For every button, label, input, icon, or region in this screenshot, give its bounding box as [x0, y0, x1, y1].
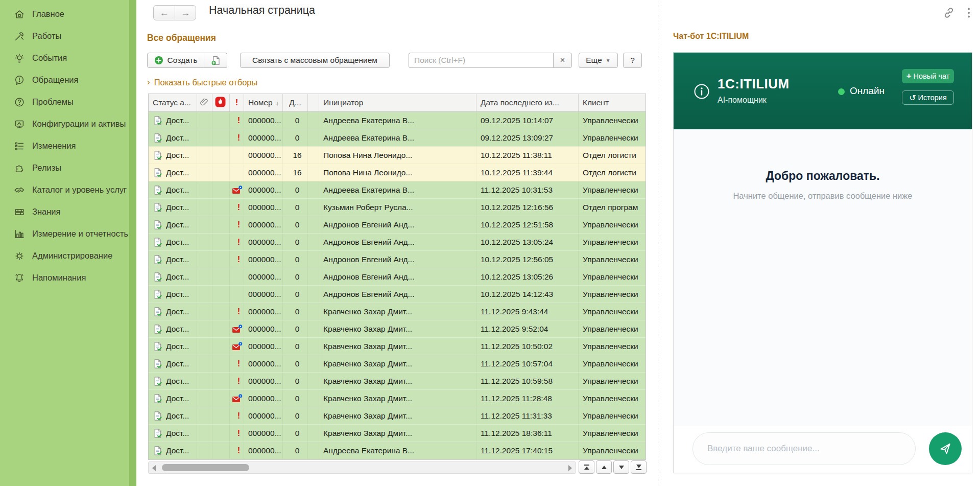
go-first-row-button[interactable] — [579, 460, 594, 474]
horizontal-scrollbar[interactable] — [148, 461, 576, 474]
column-header-client[interactable]: Клиент — [579, 94, 646, 111]
cell-attachment — [197, 286, 212, 303]
cell-client: Отдел програм — [579, 199, 646, 216]
forward-button[interactable]: → — [175, 6, 196, 20]
table-row[interactable]: Дост...!000000...0Андронов Евгений Анд..… — [149, 251, 646, 268]
table-row[interactable]: Дост...!000000...0Кравченко Захар Дмит..… — [149, 373, 646, 390]
cell-number: 000000... — [244, 442, 283, 459]
send-message-button[interactable] — [929, 432, 962, 465]
table-row[interactable]: Дост...!000000...0Кравченко Захар Дмит..… — [149, 425, 646, 442]
create-button-label: Создать — [168, 56, 198, 65]
table-row[interactable]: Дост...000000...0Кравченко Захар Дмит...… — [149, 338, 646, 355]
chat-message-input[interactable] — [692, 432, 916, 465]
sidebar-item-problems[interactable]: Проблемы — [0, 91, 129, 113]
create-button[interactable]: Создать — [147, 53, 204, 68]
table-row[interactable]: Дост...!000000...0Андронов Евгений Анд..… — [149, 234, 646, 251]
copy-link-icon[interactable] — [943, 7, 955, 19]
table-row[interactable]: Дост...!000000...0Кравченко Захар Дмит..… — [149, 303, 646, 320]
app-window: ГлавноеРаботыСобытияОбращенияПроблемыКон… — [0, 0, 980, 486]
sidebar-item-home[interactable]: Главное — [0, 3, 129, 25]
info-icon[interactable] — [693, 83, 710, 102]
column-header-clip[interactable] — [197, 94, 212, 111]
table-row[interactable]: Дост...000000...16Попова Нина Леонидо...… — [149, 147, 646, 164]
sidebar-item-catalog[interactable]: Каталог и уровень услуг — [0, 179, 129, 201]
cell-spacer — [308, 268, 319, 285]
document-plus-icon — [211, 56, 221, 65]
column-header-spacer[interactable] — [308, 94, 319, 111]
kebab-menu-icon[interactable] — [967, 7, 970, 18]
back-button[interactable]: ← — [154, 6, 175, 20]
table-row[interactable]: Дост...000000...0Андреева Екатерина В...… — [149, 181, 646, 199]
table-row[interactable]: Дост...!000000...0Андронов Евгений Анд..… — [149, 216, 646, 234]
cell-client: Управленчески — [579, 216, 646, 233]
table-row[interactable]: Дост...!000000...0Кравченко Захар Дмит..… — [149, 407, 646, 425]
sidebar-item-works[interactable]: Работы — [0, 25, 129, 47]
fire-icon — [215, 97, 226, 109]
link-mass-request-button[interactable]: Связать с массовым обращением — [240, 53, 390, 68]
cell-spacer — [308, 407, 319, 424]
puzzle-icon — [14, 163, 25, 174]
document-check-icon — [153, 324, 162, 334]
go-prev-row-button[interactable] — [596, 460, 612, 474]
status-text: Дост... — [166, 133, 189, 143]
plus-circle-icon — [154, 56, 163, 65]
column-header-date[interactable]: Дата последнего из... — [476, 94, 579, 111]
table-row[interactable]: Дост...000000...0Андронов Евгений Анд...… — [149, 268, 646, 286]
table-row[interactable]: Дост...!000000...0Андреева Екатерина В..… — [149, 112, 646, 129]
go-next-icon — [618, 464, 625, 471]
column-header-fire[interactable] — [212, 94, 230, 111]
sidebar-item-events[interactable]: События — [0, 47, 129, 69]
scroll-right-icon[interactable] — [568, 465, 572, 471]
scrollbar-thumb[interactable] — [162, 464, 249, 471]
cell-spacer — [308, 216, 319, 233]
quick-filters-toggle[interactable]: › Показать быстрые отборы — [147, 77, 257, 87]
bell-icon — [14, 272, 25, 284]
column-header-initiator[interactable]: Инициатор — [319, 94, 476, 111]
sidebar-item-configurations[interactable]: Конфигурации и активы — [0, 113, 129, 135]
cell-marker — [230, 338, 244, 355]
cell-attachment — [197, 199, 212, 216]
sidebar-item-knowledge[interactable]: Знания — [0, 201, 129, 223]
mail-unread-icon — [232, 342, 243, 351]
create-from-template-button[interactable] — [204, 53, 227, 68]
table-row[interactable]: Дост...000000...0Андронов Евгений Анд...… — [149, 286, 646, 303]
table-row[interactable]: Дост...!000000...0Кравченко Захар Дмит..… — [149, 355, 646, 373]
column-header-excl[interactable]: ! — [230, 94, 244, 111]
sidebar-item-reporting[interactable]: Измерение и отчетность — [0, 223, 129, 245]
go-next-row-button[interactable] — [613, 460, 629, 474]
cell-client: Отдел логисти — [579, 164, 646, 181]
search-input[interactable] — [409, 53, 553, 68]
sidebar-item-releases[interactable]: Релизы — [0, 157, 129, 179]
cell-hot — [212, 338, 230, 355]
cell-number: 000000... — [244, 164, 283, 181]
table-row[interactable]: Дост...!000000...0Кузьмин Роберт Русла..… — [149, 199, 646, 216]
help-button[interactable]: ? — [623, 53, 642, 68]
online-status-label: Онлайн — [850, 85, 885, 97]
column-header-days[interactable]: Д... — [283, 94, 308, 111]
more-button[interactable]: Еще ▼ — [579, 53, 618, 68]
table-row[interactable]: Дост...!000000...0Андреева Екатерина В..… — [149, 129, 646, 147]
cell-number: 000000... — [244, 216, 283, 233]
column-header-status[interactable]: Статус а... — [149, 94, 197, 111]
search-clear-button[interactable]: × — [553, 53, 572, 68]
cell-marker: ! — [230, 199, 244, 216]
sidebar-item-reminders[interactable]: Напоминания — [0, 267, 129, 289]
important-icon: ! — [237, 411, 241, 421]
new-chat-button[interactable]: + Новый чат — [902, 69, 954, 83]
cell-marker: ! — [230, 442, 244, 459]
sidebar-item-changes[interactable]: Изменения — [0, 135, 129, 157]
status-text: Дост... — [166, 359, 189, 368]
sidebar-item-requests[interactable]: Обращения — [0, 69, 129, 91]
table-row[interactable]: Дост...000000...0Кравченко Захар Дмит...… — [149, 390, 646, 407]
cell-initiator: Андреева Екатерина В... — [319, 112, 476, 129]
table-row[interactable]: Дост...000000...16Попова Нина Леонидо...… — [149, 164, 646, 181]
scroll-left-icon[interactable] — [152, 465, 156, 471]
history-button[interactable]: ↺ История — [902, 90, 954, 105]
table-row[interactable]: Дост...!000000...0Андреева Екатерина В..… — [149, 442, 646, 459]
document-check-icon — [153, 289, 162, 299]
table-row[interactable]: Дост...000000...0Кравченко Захар Дмит...… — [149, 320, 646, 338]
column-label: Д... — [289, 98, 301, 107]
go-last-row-button[interactable] — [631, 460, 647, 474]
sidebar-item-administration[interactable]: Администрирование — [0, 245, 129, 267]
column-header-number[interactable]: Номер↓ — [244, 94, 283, 111]
